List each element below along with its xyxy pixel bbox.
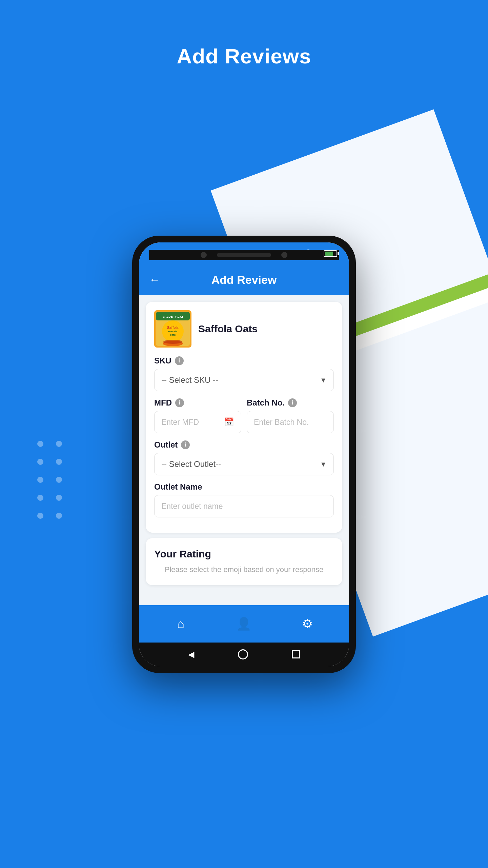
calendar-icon: 📅 [224, 417, 234, 427]
sku-dropdown-arrow: ▼ [320, 376, 327, 384]
profile-icon: 👤 [236, 617, 251, 631]
outlet-select[interactable]: -- Select Outlet-- ▼ [154, 453, 334, 475]
android-back-button[interactable]: ◀ [188, 650, 194, 659]
bottom-nav: ⌂ 👤 ⚙ [139, 605, 349, 643]
mfd-label: MFD [154, 398, 172, 408]
svg-point-9 [163, 340, 182, 344]
android-home-button[interactable] [238, 649, 248, 659]
outlet-name-placeholder: Enter outlet name [161, 502, 223, 511]
outlet-label: Outlet [154, 440, 178, 450]
svg-text:masala: masala [168, 330, 178, 333]
scroll-content: VALUE PACK! Saffola masala oats Saffola … [139, 295, 349, 605]
sku-placeholder: -- Select SKU -- [161, 375, 218, 385]
mfd-input[interactable]: Enter MFD 📅 [154, 411, 241, 433]
svg-text:Saffola: Saffola [167, 326, 179, 330]
rating-card: Your Rating Please select the emoji base… [146, 538, 342, 585]
product-card: VALUE PACK! Saffola masala oats Saffola … [146, 302, 342, 533]
batch-group: Batch No. i Enter Batch No. [247, 398, 334, 433]
batch-placeholder: Enter Batch No. [254, 418, 309, 427]
svg-text:VALUE PACK!: VALUE PACK! [163, 315, 183, 318]
android-recents-button[interactable] [292, 650, 300, 658]
outlet-info-icon[interactable]: i [181, 440, 190, 449]
svg-text:oats: oats [170, 333, 176, 336]
phone-frame: 15:24 ∿ ← Add Review [132, 236, 356, 673]
mfd-batch-row: MFD i Enter MFD 📅 Batch No. i [154, 398, 334, 440]
sku-label: SKU [154, 356, 171, 366]
mfd-placeholder: Enter MFD [161, 418, 199, 427]
android-nav: ◀ [139, 643, 349, 666]
sku-select[interactable]: -- Select SKU -- ▼ [154, 369, 334, 391]
speaker-bar [217, 253, 271, 257]
dot-grid-decoration [37, 441, 63, 519]
home-icon: ⌂ [177, 617, 184, 631]
settings-icon: ⚙ [302, 617, 313, 631]
outlet-name-group: Outlet Name Enter outlet name [154, 482, 334, 517]
outlet-name-input[interactable]: Enter outlet name [154, 495, 334, 517]
outlet-name-label: Outlet Name [154, 482, 202, 492]
batch-info-icon[interactable]: i [288, 398, 297, 407]
mfd-group: MFD i Enter MFD 📅 [154, 398, 241, 433]
nav-home[interactable]: ⌂ [167, 610, 194, 637]
camera-dot-right [281, 252, 287, 258]
nav-profile[interactable]: 👤 [230, 610, 258, 637]
header-title: Add Review [167, 273, 321, 287]
app-header: ← Add Review [139, 264, 349, 295]
outlet-group: Outlet i -- Select Outlet-- ▼ [154, 440, 334, 475]
batch-label: Batch No. [247, 398, 285, 408]
mfd-info-icon[interactable]: i [175, 398, 184, 407]
product-name: Saffola Oats [198, 323, 258, 335]
outlet-dropdown-arrow: ▼ [320, 460, 327, 468]
product-header: VALUE PACK! Saffola masala oats Saffola … [154, 310, 334, 348]
camera-dot-left [201, 252, 207, 258]
product-image: VALUE PACK! Saffola masala oats [154, 310, 191, 348]
battery-icon [324, 250, 337, 257]
batch-input[interactable]: Enter Batch No. [247, 411, 334, 433]
nav-settings[interactable]: ⚙ [294, 610, 321, 637]
sku-group: SKU i -- Select SKU -- ▼ [154, 356, 334, 391]
back-button[interactable]: ← [149, 274, 160, 286]
outlet-placeholder: -- Select Outlet-- [161, 459, 221, 469]
sku-info-icon[interactable]: i [175, 356, 184, 365]
page-background-title: Add Reviews [0, 44, 488, 68]
phone-notch [149, 250, 339, 260]
rating-subtitle: Please select the emoji based on your re… [154, 564, 334, 575]
rating-title: Your Rating [154, 548, 334, 560]
